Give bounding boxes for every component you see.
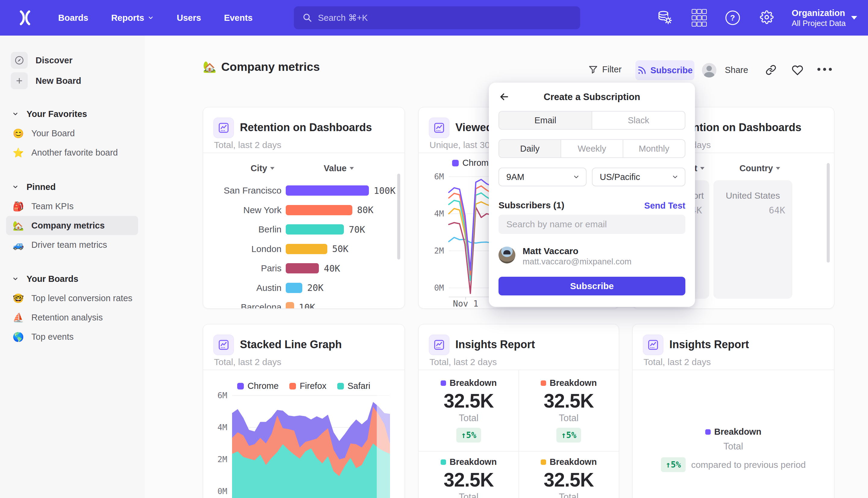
- subscribe-button[interactable]: Subscribe: [635, 60, 694, 80]
- bar: [286, 205, 352, 215]
- sidebar-item-your-board[interactable]: 😊Your Board: [6, 123, 138, 143]
- delta-badge: ↑5%: [456, 428, 481, 443]
- data-management-icon[interactable]: [657, 10, 672, 26]
- chevron-down-icon: [851, 16, 857, 19]
- channel-tabs: EmailSlack: [498, 111, 685, 130]
- subscriber-row: Matt Vaccaro matt.vaccaro@mixpanel.com: [498, 246, 685, 265]
- board-emoji: 🏡: [13, 220, 26, 231]
- search-placeholder: Search ⌘+K: [318, 13, 368, 23]
- channel-tab-slack[interactable]: Slack: [592, 112, 685, 129]
- sidebar-item-another-favorite-board[interactable]: ⭐Another favorite board: [6, 143, 138, 162]
- subscribe-rss-icon: [637, 65, 647, 75]
- table-row: Berlin70K: [212, 220, 397, 239]
- card-icon: [643, 335, 663, 355]
- frequency-tab-weekly[interactable]: Weekly: [561, 140, 623, 157]
- subscriber-avatar: [498, 247, 516, 263]
- org-switcher[interactable]: Organization All Project Data: [792, 8, 846, 28]
- column-header-value[interactable]: Value: [324, 163, 354, 173]
- metric-unit: Total: [723, 441, 743, 452]
- settings-gear-icon[interactable]: [760, 10, 774, 25]
- card-divider: [203, 153, 404, 153]
- board-emoji: 🌎: [13, 331, 26, 342]
- chevron-down-icon: [147, 14, 154, 21]
- table-row: Austin20K: [212, 278, 397, 298]
- grid-divider: [518, 370, 519, 498]
- bar: [286, 185, 369, 196]
- user-avatar[interactable]: [702, 63, 717, 78]
- sidebar-section-your-boards[interactable]: Your Boards: [6, 269, 138, 288]
- card-icon: [429, 335, 449, 355]
- time-select[interactable]: 9AM: [498, 168, 587, 186]
- svg-text:2M: 2M: [434, 246, 444, 255]
- dashboard-card: Retention on DashboardsTotal, last 2 day…: [203, 107, 405, 309]
- sidebar-item-new-board[interactable]: New Board: [6, 70, 138, 91]
- board-emoji: 🚙: [13, 240, 26, 250]
- frequency-tab-monthly[interactable]: Monthly: [623, 140, 685, 157]
- subscriber-search-input[interactable]: Search by name or email: [498, 215, 685, 234]
- nav-item-users[interactable]: Users: [177, 13, 201, 23]
- send-test-link[interactable]: Send Test: [644, 201, 685, 211]
- sidebar-section-your-favorites[interactable]: Your Favorites: [6, 104, 138, 123]
- nav-item-events[interactable]: Events: [224, 13, 253, 23]
- mixpanel-logo-icon[interactable]: [17, 10, 32, 27]
- bar: [286, 283, 302, 293]
- card-subtitle: Total, last 2 days: [214, 140, 281, 150]
- nav-item-boards[interactable]: Boards: [58, 13, 88, 23]
- subscribe-submit-button[interactable]: Subscribe: [498, 277, 685, 296]
- bar: [286, 224, 344, 235]
- card-icon: [213, 118, 234, 138]
- card-title: Insights Report: [455, 338, 535, 351]
- sidebar-item-top-level-conversion-rates[interactable]: 🤓Top level conversion rates: [6, 288, 138, 308]
- search-input[interactable]: Search ⌘+K: [294, 6, 580, 29]
- grid-divider: [419, 451, 619, 451]
- table-row: Barcelona10K: [212, 298, 397, 309]
- sidebar-item-top-events[interactable]: 🌎Top events: [6, 327, 138, 346]
- report-chart-icon: [218, 122, 230, 134]
- help-icon[interactable]: ?: [725, 11, 740, 25]
- column-header-country[interactable]: Country: [739, 163, 780, 173]
- compass-icon: [11, 52, 28, 69]
- table-row: London50K: [212, 239, 397, 259]
- more-options-button[interactable]: [817, 68, 832, 71]
- metric-value: 32.5K: [544, 469, 594, 491]
- timezone-select[interactable]: US/Pacific: [592, 168, 685, 186]
- sort-icon: [350, 167, 354, 170]
- share-button[interactable]: Share: [725, 65, 748, 75]
- filter-button[interactable]: Filter: [588, 65, 622, 75]
- sidebar-item-team-kpis[interactable]: 🎒Team KPIs: [6, 197, 138, 216]
- card-divider: [632, 370, 834, 370]
- bar: [286, 263, 319, 273]
- app-grid-icon[interactable]: [692, 9, 706, 27]
- nav-item-reports[interactable]: Reports: [111, 13, 154, 23]
- favorite-button[interactable]: [792, 65, 803, 76]
- frequency-tab-daily[interactable]: Daily: [499, 140, 561, 157]
- delta-badge: ↑5%: [556, 428, 582, 443]
- chevron-down-icon: [573, 173, 580, 181]
- board-emoji: ⭐: [13, 147, 26, 158]
- copy-link-button[interactable]: [765, 65, 776, 75]
- legend-swatch: [452, 160, 459, 167]
- breakdown-dot: [705, 429, 711, 435]
- svg-text:4M: 4M: [217, 423, 227, 432]
- metric-value: 32.5K: [544, 390, 594, 412]
- column-header-city[interactable]: City: [251, 163, 275, 173]
- dashboard-card: Insights ReportTotal, last 2 daysBreakdo…: [632, 324, 834, 498]
- board-emoji: 😊: [13, 128, 26, 139]
- breakdown-dot: [541, 380, 546, 386]
- sidebar-item-driver-team-metrics[interactable]: 🚙Driver team metrics: [6, 235, 138, 254]
- sidebar-item-discover[interactable]: Discover: [6, 50, 138, 70]
- bar: [286, 302, 294, 309]
- dashboard-card: Stacked Line GraphTotal, last 2 daysChro…: [203, 324, 405, 498]
- channel-tab-email[interactable]: Email: [499, 112, 592, 129]
- sidebar-section-pinned[interactable]: Pinned: [6, 177, 138, 197]
- card-scrollbar[interactable]: [397, 174, 400, 260]
- report-chart-icon: [433, 122, 445, 134]
- svg-text:0M: 0M: [217, 487, 227, 496]
- sidebar-item-retention-analysis[interactable]: ⛵Retention analysis: [6, 308, 138, 327]
- svg-text:2M: 2M: [217, 455, 227, 464]
- card-scrollbar[interactable]: [827, 163, 830, 263]
- svg-text:4M: 4M: [434, 209, 444, 218]
- sidebar-item-company-metrics[interactable]: 🏡Company metrics: [6, 216, 138, 235]
- card-icon: [429, 118, 449, 138]
- legend-item: Chrome: [452, 158, 493, 168]
